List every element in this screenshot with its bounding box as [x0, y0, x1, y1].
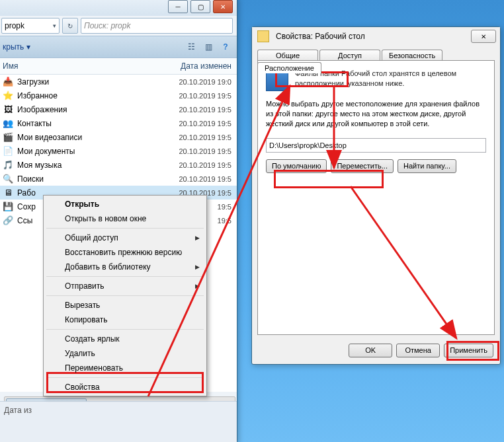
preview-pane-icon[interactable]: ▥	[202, 41, 214, 53]
menu-item[interactable]: Свойства	[45, 380, 205, 394]
status-bar: Дата из	[0, 401, 237, 442]
folder-icon: 🔍	[3, 174, 13, 184]
default-button[interactable]: По умолчанию	[266, 159, 327, 173]
file-date: 20.10.2019 19:0	[179, 78, 231, 86]
context-menu: ОткрытьОткрыть в новом окнеОбщий доступ▶…	[43, 195, 207, 396]
file-date: 20.10.2019 19:5	[179, 106, 231, 114]
ok-button[interactable]: OK	[349, 344, 392, 357]
menu-item[interactable]: Вырезать	[45, 298, 205, 313]
close-button[interactable]: ✕	[213, 0, 233, 13]
file-date: 20.10.2019 19:5	[179, 147, 231, 155]
folder-icon: 🖥	[3, 188, 13, 198]
folder-icon: 💾	[3, 202, 13, 212]
properties-dialog: Свойства: Рабочий стол ✕ ОбщиеДоступБезо…	[251, 26, 501, 365]
file-date: 20.10.2019 19:5	[179, 92, 231, 100]
explorer-toolbar: крыть ▾ ☷ ▥ ?	[0, 36, 237, 58]
properties-titlebar: Свойства: Рабочий стол ✕	[252, 27, 500, 46]
file-date: 19:5	[218, 217, 231, 225]
file-name: Загрузки	[17, 77, 175, 87]
separator	[46, 329, 204, 330]
desc-text-2: Можно выбрать другое местоположение для …	[266, 99, 486, 129]
submenu-arrow-icon: ▶	[195, 283, 200, 289]
explorer-titlebar: ─ ▢ ✕	[0, 0, 237, 16]
col-name[interactable]: Имя	[3, 61, 181, 71]
list-item[interactable]: ⭐Избранное20.10.2019 19:5	[0, 89, 237, 102]
list-item[interactable]: 📄Мои документы20.10.2019 19:5	[0, 144, 237, 158]
path-buttons: По умолчанию Переместить... Найти папку.…	[266, 159, 486, 173]
col-date[interactable]: Дата изменен	[181, 61, 231, 71]
folder-icon: 📥	[3, 77, 13, 87]
refresh-button[interactable]: ↻	[62, 18, 78, 34]
tab-body: Файлы папки Рабочий стол хранятся в целе…	[257, 60, 495, 335]
menu-item[interactable]: Создать ярлык	[45, 332, 205, 346]
file-name: Изображения	[17, 105, 175, 114]
menu-item[interactable]: Восстановить прежнюю версию	[45, 245, 205, 260]
separator	[46, 276, 204, 277]
folder-icon: 🖼	[3, 104, 13, 115]
folder-icon: 📄	[3, 146, 13, 157]
submenu-arrow-icon: ▶	[195, 235, 200, 241]
menu-item[interactable]: Открыть в новом окне	[45, 211, 205, 226]
file-name: Мои видеозаписи	[17, 133, 175, 142]
tab[interactable]: Доступ	[319, 50, 380, 61]
address-bar: propk▾ ↻ Поиск: propk	[0, 16, 237, 36]
view-icon[interactable]: ☷	[185, 41, 197, 53]
menu-item[interactable]: Общий доступ▶	[45, 231, 205, 245]
apply-button[interactable]: Применить	[444, 344, 493, 357]
address-field[interactable]: propk▾	[1, 18, 60, 34]
folder-icon: 🎬	[3, 132, 13, 143]
list-item[interactable]: 🔍Поиски20.10.2019 19:5	[0, 172, 237, 186]
chevron-down-icon[interactable]: ▾	[53, 22, 56, 29]
file-name: Поиски	[17, 174, 175, 184]
list-item[interactable]: 🎵Моя музыка20.10.2019 19:5	[0, 158, 237, 172]
dialog-buttons: OK Отмена Применить	[349, 344, 493, 357]
separator	[46, 295, 204, 296]
submenu-arrow-icon: ▶	[195, 264, 200, 270]
file-name: Мои документы	[17, 147, 175, 156]
file-name: Моя музыка	[17, 161, 175, 170]
file-date: 20.10.2019 19:5	[179, 161, 231, 169]
close-button[interactable]: ✕	[471, 30, 496, 43]
list-item[interactable]: 📥Загрузки20.10.2019 19:0	[0, 75, 237, 89]
tab[interactable]: Безопасность	[382, 50, 442, 61]
separator	[46, 228, 204, 229]
properties-title: Свойства: Рабочий стол	[276, 32, 468, 41]
tab[interactable]: Общие	[257, 50, 318, 61]
menu-item[interactable]: Удалить	[45, 346, 205, 361]
file-name: Контакты	[17, 119, 175, 128]
list-item[interactable]: 🎬Мои видеозаписи20.10.2019 19:5	[0, 130, 237, 144]
folder-icon: ⭐	[3, 91, 13, 101]
file-name: Избранное	[17, 91, 175, 100]
help-icon[interactable]: ?	[220, 41, 231, 53]
find-button[interactable]: Найти папку...	[398, 159, 456, 173]
menu-item[interactable]: Отправить▶	[45, 279, 205, 293]
file-date: 20.10.2019 19:5	[179, 120, 231, 128]
minimize-button[interactable]: ─	[168, 0, 188, 13]
address-text: propk	[5, 21, 24, 30]
menu-item[interactable]: Копировать	[45, 313, 205, 327]
file-date: 20.10.2019 19:5	[179, 175, 231, 183]
search-input[interactable]: Поиск: propk	[81, 18, 233, 34]
file-date: 20.10.2019 19:5	[179, 133, 231, 141]
list-item[interactable]: 🖼Изображения20.10.2019 19:5	[0, 102, 237, 116]
separator	[46, 377, 204, 378]
status-text: Дата из	[4, 406, 32, 415]
menu-item[interactable]: Открыть	[45, 197, 205, 211]
menu-item[interactable]: Переименовать	[45, 361, 205, 375]
column-headers[interactable]: Имя Дата изменен	[0, 58, 237, 75]
folder-icon	[257, 30, 269, 42]
menu-item[interactable]: Добавить в библиотеку▶	[45, 260, 205, 274]
maximize-button[interactable]: ▢	[190, 0, 210, 13]
file-date: 19:5	[218, 203, 231, 211]
cancel-button[interactable]: Отмена	[396, 344, 440, 357]
open-menu[interactable]: крыть ▾	[3, 42, 30, 52]
folder-icon: 🔗	[3, 215, 13, 226]
path-input[interactable]: D:\Users\propk\Desktop	[266, 138, 486, 153]
folder-icon: 👥	[3, 118, 13, 129]
desc-text-1: Файлы папки Рабочий стол хранятся в целе…	[295, 69, 486, 91]
tab[interactable]: Расположение	[257, 62, 321, 73]
list-item[interactable]: 👥Контакты20.10.2019 19:5	[0, 116, 237, 130]
move-button[interactable]: Переместить...	[331, 159, 394, 173]
folder-icon: 🎵	[3, 160, 13, 170]
